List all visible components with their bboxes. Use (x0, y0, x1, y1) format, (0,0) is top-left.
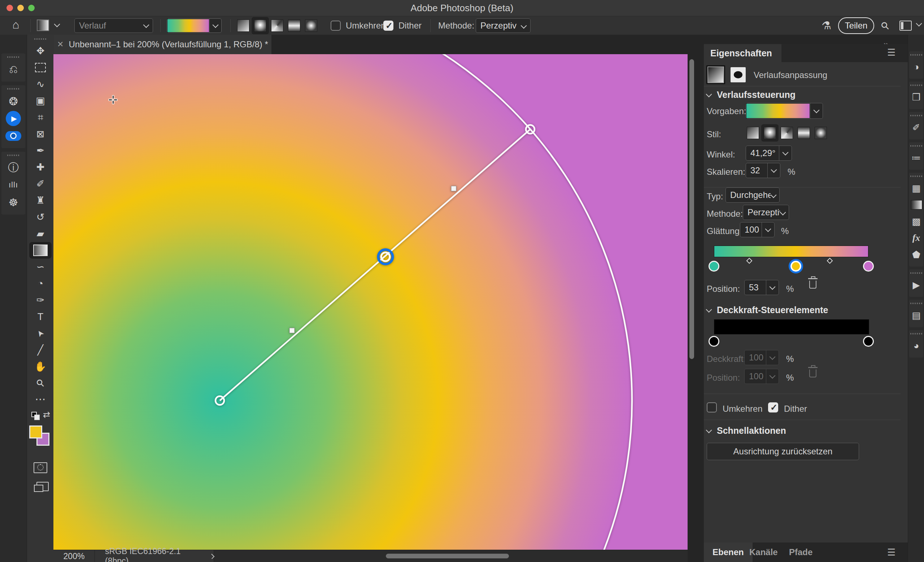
tool-object-selection[interactable]: ▣ (27, 92, 54, 109)
panel-menu-icon[interactable]: ☰ (887, 47, 896, 58)
panel-icon-brushes[interactable]: ✐ (909, 119, 923, 136)
color-profile-field[interactable]: sRGB IEC61966-2.1 (8bpc) (95, 550, 214, 562)
beta-flask-icon[interactable]: ⚗ (822, 19, 831, 32)
tool-rectangular-marquee[interactable] (27, 59, 54, 76)
opacity-dropdown[interactable]: 100 (744, 350, 779, 365)
stop-position-dropdown[interactable]: 53 (744, 280, 779, 295)
section-verlaufssteuerung[interactable]: Verlaufssteuerung (707, 90, 795, 100)
panel-icon-plugins[interactable]: ▤ (909, 307, 923, 324)
panel-icon-gradients[interactable] (909, 197, 923, 213)
tool-lasso[interactable]: ∿ (27, 76, 54, 92)
style-diamond-button[interactable] (303, 17, 320, 34)
panel-icon-libraries[interactable]: ❒ (909, 89, 923, 105)
tool-history-brush[interactable]: ↺ (27, 209, 54, 225)
tool-smudge[interactable]: ∽ (27, 258, 54, 275)
tool-gradient[interactable] (29, 242, 52, 258)
document-tab[interactable]: ✕ Unbenannt–1 bei 200% (Verlaufsfüllung … (51, 35, 272, 54)
style-diamond-button[interactable] (812, 124, 830, 141)
panel-icon-adjustments[interactable]: ◑ (909, 59, 923, 75)
presets-dropdown[interactable] (746, 103, 823, 119)
color-stop-53[interactable] (790, 261, 801, 272)
vertical-scrollbar[interactable] (689, 59, 694, 359)
style-radial-button[interactable] (252, 17, 269, 34)
tool-path-selection[interactable]: ➤ (27, 325, 54, 342)
style-reflected-button[interactable] (285, 17, 303, 34)
panel-icon-color[interactable]: ❂ (2, 92, 25, 110)
reset-alignment-button[interactable]: Ausrichtung zurücksetzen (707, 443, 859, 460)
tool-preset-thumbnail[interactable] (37, 20, 49, 31)
style-angle-button[interactable] (778, 124, 795, 141)
tool-healing-brush[interactable]: ✚ (27, 159, 54, 176)
panel-icon-histogram[interactable]: ıllı (2, 176, 25, 194)
status-chevron-icon[interactable] (209, 554, 215, 559)
tool-frame[interactable]: ⊠ (27, 126, 54, 142)
gradient-preview-button[interactable] (167, 18, 222, 33)
style-linear-button[interactable] (235, 17, 252, 34)
share-button[interactable]: Teilen (838, 17, 874, 34)
style-reflected-button[interactable] (795, 124, 813, 141)
style-linear-button[interactable] (744, 124, 762, 141)
home-icon[interactable]: ⌂ (12, 18, 19, 32)
angle-dropdown[interactable]: 41,29° (746, 146, 792, 161)
edit-toolbar-icon[interactable]: ⋯ (27, 392, 54, 406)
panel-icon-shapes[interactable]: ⬟ (909, 246, 923, 263)
method-dropdown-prop[interactable]: Perzeptiv (743, 205, 789, 220)
horizontal-scrollbar[interactable] (386, 554, 509, 558)
tool-clone-stamp[interactable]: ♜ (27, 192, 54, 209)
tool-eraser[interactable]: ▰ (27, 225, 54, 242)
workspace-icon[interactable] (900, 21, 912, 31)
panel-icon-patterns[interactable]: ▩ (909, 213, 923, 230)
dither-checkbox[interactable] (383, 21, 393, 31)
tool-brush[interactable]: ✐ (27, 176, 54, 192)
panel-icon-play[interactable]: ▶ (2, 110, 25, 127)
tab-kanaele[interactable]: Kanäle (741, 542, 786, 562)
reverse-checkbox-prop[interactable] (707, 402, 717, 412)
gradient-annotator[interactable] (53, 54, 688, 550)
panel-icon-preview-eye[interactable] (2, 127, 25, 144)
midpoint-diamond-icon[interactable] (746, 258, 753, 264)
gradient-fill-thumbnail[interactable] (707, 66, 724, 83)
tool-line[interactable]: ╱ (27, 342, 54, 358)
tool-preset-chevron-icon[interactable] (54, 21, 60, 27)
tool-crop[interactable]: ⌗ (27, 109, 54, 126)
style-radial-button[interactable] (761, 124, 778, 141)
midpoint-diamond-icon[interactable] (827, 258, 833, 264)
gradient-preset-picker[interactable]: Verlauf (74, 18, 153, 33)
tool-eyedropper[interactable]: ✒ (27, 142, 54, 159)
tool-type[interactable]: T (27, 308, 54, 325)
panel-icon-clone-source[interactable]: ◕ (909, 337, 923, 354)
tool-hand[interactable]: ✋ (27, 358, 54, 375)
opacity-position-dropdown[interactable]: 100 (744, 369, 779, 384)
swap-colors-icon[interactable]: ⇄ (43, 410, 50, 420)
quick-mask-icon[interactable] (34, 462, 47, 473)
layer-mask-thumbnail[interactable] (730, 67, 746, 83)
color-stop-0[interactable] (708, 261, 719, 272)
document-canvas[interactable] (53, 54, 688, 550)
workspace-chevron-icon[interactable] (916, 21, 922, 27)
dither-checkbox-prop[interactable] (768, 402, 778, 412)
opacity-editor-bar[interactable] (714, 319, 869, 334)
reverse-checkbox[interactable] (331, 21, 341, 31)
scale-dropdown[interactable]: 32 (746, 163, 780, 178)
tool-dodge[interactable]: ◔ (27, 275, 54, 292)
panel-icon-actions[interactable]: ▶ (909, 276, 923, 293)
delete-stop-icon[interactable] (809, 281, 816, 289)
zoom-level-field[interactable]: 200% (53, 550, 95, 562)
foreground-color-swatch[interactable] (29, 425, 42, 439)
layers-panel-menu-icon[interactable]: ☰ (887, 547, 896, 558)
screen-mode-icon[interactable] (36, 482, 49, 491)
tool-zoom[interactable]: ⚲ (27, 375, 54, 392)
style-angle-button[interactable] (268, 17, 286, 34)
panel-icon-info[interactable]: ⓘ (2, 159, 25, 176)
panel-icon-version-history[interactable]: ⎌ (2, 61, 25, 78)
tab-pfade[interactable]: Pfade (780, 542, 821, 562)
panel-icon-navigator[interactable]: ☸ (2, 194, 25, 211)
smoothness-dropdown[interactable]: 100 (740, 222, 775, 237)
color-stop-100[interactable] (863, 261, 874, 272)
method-dropdown[interactable]: Perzeptiv (476, 18, 531, 33)
gradient-editor-bar[interactable] (714, 246, 868, 257)
section-schnellaktionen[interactable]: Schnellaktionen (707, 425, 786, 436)
opacity-stop-0[interactable] (708, 336, 719, 347)
panel-icon-styles[interactable]: fx (909, 230, 923, 246)
tab-eigenschaften[interactable]: Eigenschaften (704, 44, 782, 62)
